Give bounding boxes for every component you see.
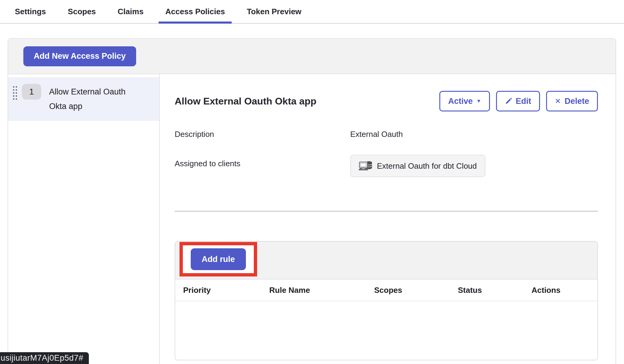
rules-table-body bbox=[175, 301, 597, 360]
policy-detail: Allow External Oauth Okta app Active ▼ E… bbox=[160, 74, 616, 364]
tab-scopes[interactable]: Scopes bbox=[61, 0, 103, 23]
chevron-down-icon: ▼ bbox=[476, 98, 481, 104]
access-policies-panel: Add New Access Policy 1 Allow External O… bbox=[8, 38, 616, 364]
add-new-access-policy-button[interactable]: Add New Access Policy bbox=[23, 46, 136, 66]
rules-table-header: Priority Rule Name Scopes Status Actions bbox=[175, 280, 597, 301]
delete-label: Delete bbox=[565, 97, 589, 106]
column-header-rule-name: Rule Name bbox=[261, 286, 366, 295]
rules-section: Add rule Priority Rule Name Scopes Statu… bbox=[175, 241, 598, 360]
policy-action-buttons: Active ▼ Edit ✕ Delete bbox=[439, 91, 598, 111]
edit-button[interactable]: Edit bbox=[496, 91, 540, 111]
drag-handle-icon[interactable] bbox=[13, 86, 17, 100]
edit-label: Edit bbox=[516, 97, 531, 106]
policy-list-sidebar: 1 Allow External Oauth Okta app bbox=[8, 74, 160, 364]
tab-claims[interactable]: Claims bbox=[111, 0, 150, 23]
description-label: Description bbox=[175, 130, 350, 139]
column-header-priority: Priority bbox=[175, 286, 261, 295]
active-status-label: Active bbox=[448, 97, 473, 106]
policy-name-label: Allow External Oauth Okta app bbox=[49, 84, 140, 114]
client-chip: External Oauth for dbt Cloud bbox=[350, 155, 485, 177]
tab-access-policies[interactable]: Access Policies bbox=[159, 0, 232, 23]
close-icon: ✕ bbox=[555, 97, 561, 105]
active-status-button[interactable]: Active ▼ bbox=[439, 91, 490, 111]
column-header-scopes: Scopes bbox=[366, 286, 450, 295]
annotation-highlight-box: Add rule bbox=[179, 242, 257, 276]
section-divider bbox=[175, 211, 598, 212]
delete-button[interactable]: ✕ Delete bbox=[546, 91, 598, 111]
policy-list-item[interactable]: 1 Allow External Oauth Okta app bbox=[8, 77, 159, 121]
tab-bar: Settings Scopes Claims Access Policies T… bbox=[0, 0, 624, 24]
pencil-icon bbox=[505, 98, 512, 105]
tab-settings[interactable]: Settings bbox=[8, 0, 53, 23]
column-header-status: Status bbox=[450, 286, 524, 295]
client-chip-label: External Oauth for dbt Cloud bbox=[377, 161, 477, 171]
assigned-to-clients-label: Assigned to clients bbox=[175, 155, 350, 177]
description-value: External Oauth bbox=[350, 130, 598, 139]
tab-token-preview[interactable]: Token Preview bbox=[240, 0, 308, 23]
rules-header: Add rule bbox=[175, 242, 597, 280]
laptop-database-icon bbox=[359, 160, 373, 172]
status-tooltip-text: usijiutarM7Aj0Ep5d7# bbox=[1, 353, 83, 363]
status-tooltip: usijiutarM7Aj0Ep5d7# bbox=[0, 352, 89, 364]
add-rule-button[interactable]: Add rule bbox=[191, 248, 246, 270]
panel-header: Add New Access Policy bbox=[8, 39, 616, 74]
policy-priority-badge: 1 bbox=[22, 84, 41, 100]
column-header-actions: Actions bbox=[524, 286, 597, 295]
policy-title: Allow External Oauth Okta app bbox=[175, 96, 317, 107]
